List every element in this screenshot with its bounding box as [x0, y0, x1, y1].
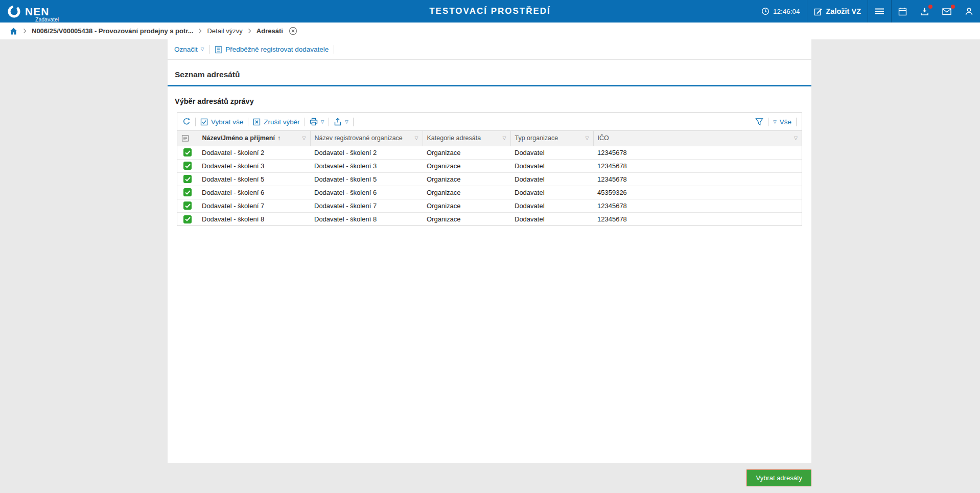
export-button[interactable]: ▽: [334, 118, 348, 126]
cell-ico: 12345678: [593, 199, 802, 212]
column-header-name[interactable]: Název/Jméno a příjmení ↑ ▽: [198, 131, 310, 146]
cell-category: Organizace: [423, 212, 510, 226]
cell-name: Dodavatel - školení 5: [198, 172, 310, 186]
column-header-category[interactable]: Kategorie adresáta ▽: [423, 131, 510, 146]
print-button[interactable]: ▽: [310, 118, 324, 126]
addressees-grid: Vybrat vše Zrušit výběr: [177, 113, 802, 226]
refresh-icon: [182, 118, 191, 126]
mark-menu-button[interactable]: Označit ▽: [174, 46, 204, 53]
nen-logo-icon: [7, 5, 21, 18]
cell-type: Dodavatel: [510, 199, 593, 212]
cell-category: Organizace: [423, 159, 510, 172]
clear-selection-label: Zrušit výběr: [264, 118, 300, 126]
row-select-cell[interactable]: [177, 159, 198, 172]
divider: [334, 45, 334, 54]
filter-caret-icon[interactable]: ▽: [415, 136, 418, 141]
divider: [353, 118, 354, 126]
close-breadcrumb-icon[interactable]: [289, 27, 297, 35]
cell-category: Organizace: [423, 199, 510, 212]
breadcrumb-item-adresati[interactable]: Adresáti: [256, 27, 283, 35]
column-header-org[interactable]: Název registrované organizace ▽: [310, 131, 423, 146]
column-header-type[interactable]: Typ organizace ▽: [510, 131, 593, 146]
funnel-icon: [755, 118, 763, 126]
filter-caret-icon[interactable]: ▽: [794, 136, 798, 141]
export-icon: [334, 118, 342, 126]
row-select-cell[interactable]: [177, 146, 198, 159]
section-subtitle: Výběr adresátů zprávy: [168, 86, 811, 113]
preregister-supplier-button[interactable]: Předběžně registrovat dodavatele: [215, 46, 329, 54]
column-label: Název registrované organizace: [315, 135, 403, 142]
checked-checkbox-icon[interactable]: [183, 201, 192, 210]
column-header-ico[interactable]: IČO ▽: [593, 131, 802, 146]
row-select-cell[interactable]: [177, 186, 198, 199]
select-all-button[interactable]: Vybrat vše: [200, 118, 243, 126]
action-toolbar: Označit ▽ Předběžně registrovat dodavate…: [168, 39, 811, 60]
create-vz-label: Založit VZ: [826, 7, 861, 15]
preregister-label: Předběžně registrovat dodavatele: [225, 46, 329, 53]
nen-logo[interactable]: NEN Zadavatel: [0, 5, 49, 18]
chevron-right-icon: [23, 28, 27, 34]
row-select-cell[interactable]: [177, 172, 198, 186]
row-select-cell[interactable]: [177, 199, 198, 212]
checked-checkbox-icon[interactable]: [183, 148, 192, 156]
cell-org: Dodavatel - školení 6: [310, 186, 423, 199]
chevron-down-icon: ▽: [773, 120, 777, 124]
downloads-button[interactable]: [914, 0, 936, 23]
cell-type: Dodavatel: [510, 212, 593, 226]
filter-button[interactable]: [755, 118, 763, 126]
filter-caret-icon[interactable]: ▽: [586, 136, 589, 141]
row-select-cell[interactable]: [177, 212, 198, 226]
table-row[interactable]: Dodavatel - školení 6 Dodavatel - školen…: [177, 186, 802, 199]
cell-category: Organizace: [423, 172, 510, 186]
home-icon[interactable]: [9, 27, 18, 35]
messages-button[interactable]: [936, 0, 958, 23]
table-row[interactable]: Dodavatel - školení 5 Dodavatel - školen…: [177, 172, 802, 186]
cell-org: Dodavatel - školení 3: [310, 159, 423, 172]
column-label: Kategorie adresáta: [427, 135, 481, 142]
cell-type: Dodavatel: [510, 186, 593, 199]
clear-selection-button[interactable]: Zrušit výběr: [253, 118, 300, 126]
cell-name: Dodavatel - školení 8: [198, 212, 310, 226]
download-icon: [920, 7, 929, 16]
chevron-right-icon: [198, 28, 202, 34]
breadcrumb-item-detail[interactable]: Detail výzvy: [207, 27, 242, 35]
main-area: Označit ▽ Předběžně registrovat dodavate…: [0, 39, 980, 493]
checked-checkbox-icon[interactable]: [183, 162, 192, 170]
breadcrumb-item-contract[interactable]: N006/25/V00005438 - Provozování prodejny…: [32, 27, 193, 35]
select-all-label: Vybrat vše: [211, 118, 243, 126]
filter-caret-icon[interactable]: ▽: [503, 136, 506, 141]
select-column-icon: [181, 135, 194, 142]
chevron-right-icon: [248, 28, 251, 34]
refresh-button[interactable]: [182, 118, 191, 126]
select-addressees-button[interactable]: Vybrat adresáty: [746, 469, 811, 486]
notification-badge: [951, 5, 955, 9]
table-row[interactable]: Dodavatel - školení 2 Dodavatel - školen…: [177, 146, 802, 159]
cell-org: Dodavatel - školení 2: [310, 146, 423, 159]
checked-checkbox-icon[interactable]: [183, 215, 192, 223]
table-body: Dodavatel - školení 2 Dodavatel - školen…: [177, 146, 802, 226]
user-profile-button[interactable]: [958, 0, 980, 23]
cell-category: Organizace: [423, 146, 510, 159]
menu-button[interactable]: [868, 0, 891, 23]
filter-caret-icon[interactable]: ▽: [302, 136, 306, 141]
column-label: Typ organizace: [515, 135, 558, 142]
chevron-down-icon: ▽: [345, 120, 348, 124]
breadcrumb: N006/25/V00005438 - Provozování prodejny…: [0, 23, 980, 39]
create-vz-button[interactable]: Založit VZ: [807, 0, 868, 23]
view-all-dropdown[interactable]: ▽ Vše: [773, 118, 791, 126]
checked-checkbox-icon[interactable]: [183, 175, 192, 183]
table-row[interactable]: Dodavatel - školení 8 Dodavatel - školen…: [177, 212, 802, 226]
cell-type: Dodavatel: [510, 146, 593, 159]
divider: [305, 118, 305, 126]
calendar-button[interactable]: [892, 0, 914, 23]
page-title: Seznam adresátů: [168, 60, 811, 86]
column-label: IČO: [598, 135, 609, 142]
select-column-header[interactable]: [177, 131, 198, 146]
table-row[interactable]: Dodavatel - školení 3 Dodavatel - školen…: [177, 159, 802, 172]
divider: [329, 118, 329, 126]
checked-checkbox-icon[interactable]: [183, 188, 192, 196]
table-row[interactable]: Dodavatel - školení 7 Dodavatel - školen…: [177, 199, 802, 212]
cell-category: Organizace: [423, 186, 510, 199]
cell-type: Dodavatel: [510, 159, 593, 172]
mail-icon: [942, 8, 951, 15]
